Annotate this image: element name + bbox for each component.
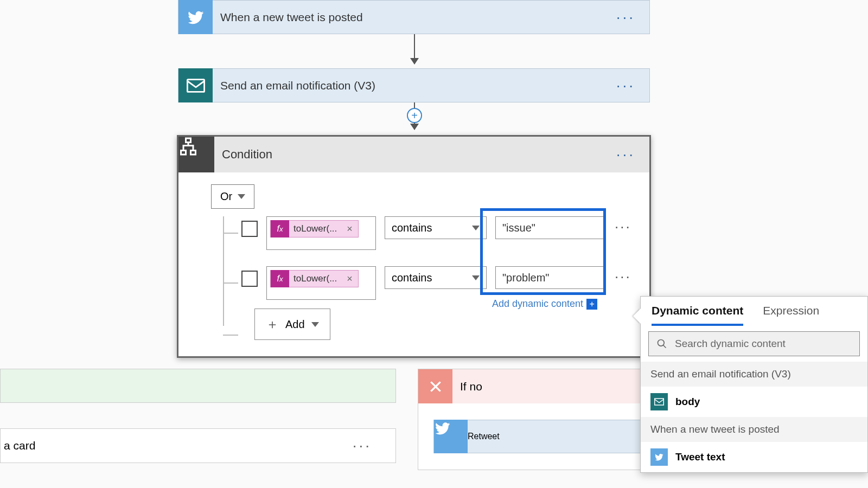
- svg-point-4: [658, 340, 665, 346]
- token-text: toLower(...: [289, 223, 341, 234]
- remove-token[interactable]: ×: [341, 223, 358, 235]
- condition-row: fx toLower(... × contains ···: [241, 216, 633, 250]
- dc-group-header: Send an email notification (V3): [641, 362, 867, 387]
- plus-icon: +: [586, 299, 597, 310]
- dc-item-tweet-text[interactable]: Tweet text: [641, 442, 867, 472]
- dc-search-input[interactable]: Search dynamic content: [648, 331, 860, 356]
- panel-caret: [633, 309, 641, 324]
- condition-row: fx toLower(... × contains ···: [241, 266, 633, 300]
- fx-icon: fx: [271, 220, 289, 237]
- if-yes-branch-header: [0, 369, 396, 403]
- row-menu[interactable]: ···: [615, 216, 631, 235]
- svg-rect-5: [655, 399, 664, 405]
- expression-token[interactable]: fx toLower(... ×: [270, 220, 359, 237]
- retweet-title: Retweet: [468, 432, 500, 441]
- svg-rect-3: [191, 151, 196, 155]
- tree-branch: [223, 282, 238, 284]
- search-icon: [656, 338, 667, 349]
- insert-step-button[interactable]: +: [407, 108, 422, 123]
- svg-rect-0: [187, 79, 204, 92]
- chevron-down-icon: [472, 226, 480, 230]
- add-row-button[interactable]: ＋ Add: [254, 309, 330, 340]
- email-title: Send an email notification (V3): [213, 79, 602, 92]
- connector-arrow: [414, 34, 415, 64]
- search-placeholder: Search dynamic content: [675, 338, 786, 350]
- chevron-down-icon: [311, 322, 319, 327]
- dynamic-content-panel: Dynamic content Expression Search dynami…: [640, 296, 868, 473]
- left-operand[interactable]: fx toLower(... ×: [266, 266, 376, 300]
- operator-label: contains: [392, 222, 432, 234]
- card-title-partial: a card: [4, 439, 35, 452]
- email-menu[interactable]: ···: [602, 77, 649, 94]
- add-label: Add: [285, 318, 305, 331]
- combinator-dropdown[interactable]: Or: [211, 184, 254, 209]
- condition-menu[interactable]: ···: [602, 146, 649, 163]
- condition-title: Condition: [214, 147, 602, 162]
- operator-select[interactable]: contains: [385, 266, 487, 289]
- dc-item-label: body: [675, 396, 700, 408]
- combinator-label: Or: [220, 190, 232, 203]
- tree-branch: [223, 335, 238, 336]
- dc-item-label: Tweet text: [675, 451, 725, 463]
- row-checkbox[interactable]: [241, 221, 258, 237]
- chevron-down-icon: [238, 194, 245, 199]
- trigger-card[interactable]: When a new tweet is posted ···: [178, 0, 650, 34]
- expression-token[interactable]: fx toLower(... ×: [270, 270, 359, 287]
- trigger-menu[interactable]: ···: [602, 9, 649, 26]
- chevron-down-icon: [472, 275, 480, 280]
- operator-label: contains: [392, 272, 432, 284]
- mail-icon: [178, 68, 213, 102]
- value-input[interactable]: [495, 266, 606, 289]
- dc-item-body[interactable]: body: [641, 387, 867, 417]
- card-menu[interactable]: ···: [339, 437, 386, 454]
- fx-icon: fx: [271, 270, 289, 287]
- condition-card: Condition ··· Or fx toLower(... ×: [177, 135, 651, 358]
- operator-select[interactable]: contains: [385, 216, 487, 239]
- mail-icon: [650, 393, 668, 410]
- condition-icon: [178, 137, 214, 172]
- email-card[interactable]: Send an email notification (V3) ···: [178, 68, 650, 102]
- tab-expression[interactable]: Expression: [763, 304, 819, 326]
- add-dc-label: Add dynamic content: [492, 298, 583, 310]
- plus-icon: ＋: [266, 316, 279, 333]
- tab-dynamic-content[interactable]: Dynamic content: [652, 304, 743, 326]
- svg-rect-1: [186, 138, 191, 143]
- row-menu[interactable]: ···: [615, 266, 631, 285]
- left-operand[interactable]: fx toLower(... ×: [266, 216, 376, 250]
- token-text: toLower(...: [289, 273, 341, 284]
- trigger-title: When a new tweet is posted: [213, 11, 602, 24]
- close-icon: [418, 369, 452, 403]
- condition-header[interactable]: Condition ···: [178, 137, 649, 172]
- svg-rect-2: [181, 151, 186, 155]
- remove-token[interactable]: ×: [341, 273, 358, 285]
- if-no-label: If no: [452, 380, 482, 393]
- twitter-icon: [650, 448, 668, 466]
- dc-group-header: When a new tweet is posted: [641, 417, 867, 442]
- tree-branch: [223, 233, 238, 234]
- value-input[interactable]: [495, 216, 606, 239]
- twitter-icon: [178, 0, 213, 34]
- row-checkbox[interactable]: [241, 271, 258, 287]
- add-dynamic-content-link[interactable]: Add dynamic content +: [492, 298, 597, 310]
- twitter-icon: [434, 420, 468, 453]
- if-yes-action-card[interactable]: a card ···: [0, 428, 396, 463]
